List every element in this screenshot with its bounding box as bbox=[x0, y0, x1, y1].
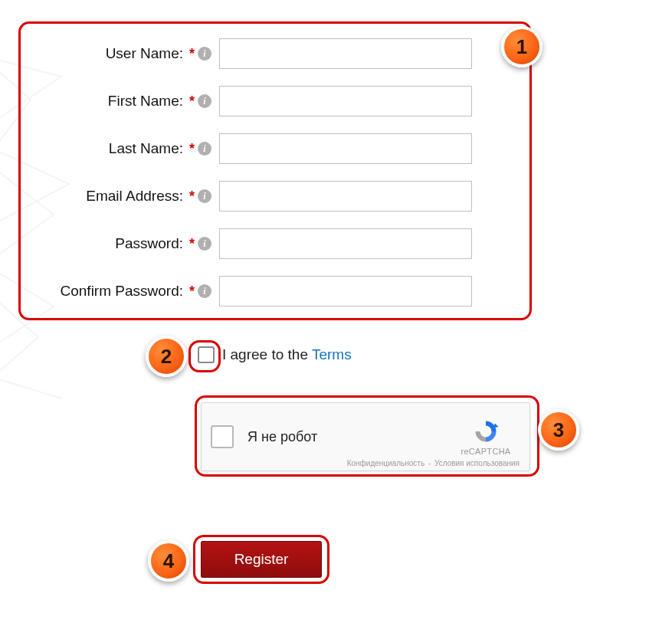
row-lastname: Last Name: * i bbox=[27, 133, 517, 164]
row-username: User Name: * i bbox=[27, 38, 517, 69]
required-marker: * bbox=[189, 189, 195, 205]
recaptcha-terms-link[interactable]: Условия использования bbox=[434, 459, 520, 467]
info-icon[interactable]: i bbox=[198, 47, 211, 61]
required-marker: * bbox=[189, 46, 195, 62]
username-input[interactable] bbox=[219, 38, 472, 69]
main-content: 1 2 3 4 User Name: * i First Name: * i L… bbox=[0, 0, 672, 54]
recaptcha-brand-text: reCAPTCHA bbox=[461, 447, 510, 456]
info-icon[interactable]: i bbox=[198, 237, 211, 251]
required-marker: * bbox=[189, 236, 195, 252]
recaptcha-privacy-link[interactable]: Конфиденциальность bbox=[347, 459, 425, 467]
required-marker: * bbox=[189, 141, 195, 157]
confirm-password-input[interactable] bbox=[219, 276, 472, 307]
row-firstname: First Name: * i bbox=[27, 86, 517, 116]
firstname-input[interactable] bbox=[219, 86, 472, 116]
annotation-badge-3: 3 bbox=[538, 409, 579, 451]
recaptcha-sep: - bbox=[428, 459, 431, 467]
annotation-badge-4: 4 bbox=[148, 540, 189, 582]
register-button[interactable]: Register bbox=[201, 541, 322, 578]
terms-text: I agree to the bbox=[222, 346, 308, 363]
recaptcha-brand-block: reCAPTCHA bbox=[451, 418, 520, 456]
info-icon[interactable]: i bbox=[198, 284, 211, 298]
label-confirm-password: Confirm Password: bbox=[27, 283, 188, 300]
row-confirm-password: Confirm Password: * i bbox=[27, 276, 517, 307]
terms-checkbox[interactable] bbox=[198, 346, 215, 363]
info-icon[interactable]: i bbox=[198, 142, 211, 156]
info-icon[interactable]: i bbox=[198, 94, 211, 108]
recaptcha-widget: Я не робот reCAPTCHA Конфиденциальность … bbox=[201, 402, 530, 471]
info-icon[interactable]: i bbox=[198, 189, 211, 203]
label-lastname: Last Name: bbox=[27, 140, 188, 157]
required-marker: * bbox=[189, 93, 195, 110]
recaptcha-footer: Конфиденциальность - Условия использован… bbox=[346, 459, 520, 467]
recaptcha-logo-icon bbox=[472, 418, 500, 445]
label-password: Password: bbox=[27, 235, 188, 252]
email-input[interactable] bbox=[219, 181, 472, 211]
required-marker: * bbox=[189, 284, 195, 300]
label-username: User Name: bbox=[27, 45, 188, 62]
annotation-badge-2: 2 bbox=[146, 336, 187, 377]
registration-form: User Name: * i First Name: * i Last Name… bbox=[27, 38, 517, 323]
label-email: Email Address: bbox=[27, 188, 188, 205]
recaptcha-label: Я не робот bbox=[247, 429, 451, 445]
terms-row: I agree to the Terms bbox=[198, 346, 352, 363]
row-password: Password: * i bbox=[27, 228, 517, 259]
row-email: Email Address: * i bbox=[27, 181, 517, 211]
terms-link[interactable]: Terms bbox=[312, 346, 352, 363]
password-input[interactable] bbox=[219, 228, 472, 259]
recaptcha-checkbox[interactable] bbox=[211, 425, 234, 448]
lastname-input[interactable] bbox=[219, 133, 472, 164]
label-firstname: First Name: bbox=[27, 93, 188, 110]
